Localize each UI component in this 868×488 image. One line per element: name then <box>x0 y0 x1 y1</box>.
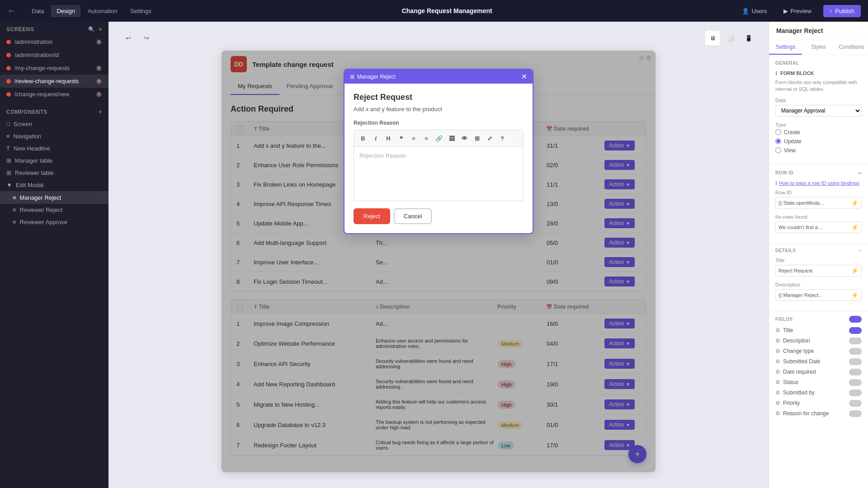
link-button[interactable]: 🔗 <box>434 133 444 144</box>
nav-tab-data[interactable]: Data <box>26 5 49 17</box>
nav-tab-automation[interactable]: Automation <box>82 5 123 17</box>
row-id-input[interactable]: {{ State.openModa... ⚡ <box>775 197 862 209</box>
bullet-list-button[interactable]: ≡ <box>408 133 419 144</box>
table-button[interactable]: ⊞ <box>472 133 482 144</box>
reject-button[interactable]: Reject <box>354 208 390 224</box>
gear-icon[interactable]: ⚙ <box>775 400 780 406</box>
home-icon: 🏠 <box>96 65 102 71</box>
component-reviewer-table[interactable]: ⊞ Reviewer table <box>0 167 108 179</box>
sidebar-item-administration[interactable]: /administration 🏠 <box>0 35 108 48</box>
row-id-help: ℹ How to pass a row ID using bindings <box>775 180 862 186</box>
fields-toggle-button[interactable] <box>849 316 862 323</box>
field-toggle[interactable] <box>849 348 862 355</box>
gear-icon[interactable]: ⚙ <box>775 389 780 396</box>
type-update[interactable]: Update <box>775 138 862 145</box>
sidebar-item-administration-id[interactable]: /administration/id <box>0 48 108 61</box>
nav-tab-settings[interactable]: Settings <box>125 5 157 17</box>
preview-button[interactable]: ▶ Preview <box>779 5 816 17</box>
quote-button[interactable]: ❝ <box>396 133 406 144</box>
gear-icon[interactable]: ⚙ <box>775 348 780 354</box>
title-label: Title <box>775 258 862 263</box>
sidebar-item-change-request-new[interactable]: /change-request/new 🏠 <box>0 88 108 101</box>
field-toggle[interactable] <box>849 410 862 417</box>
type-view[interactable]: View <box>775 147 862 154</box>
title-input[interactable]: Reject Request ⚡ <box>775 265 862 277</box>
field-toggle[interactable] <box>849 400 862 407</box>
canvas-area: ↩ ↪ 🖥 ⬜ 📱 ⧉ 🗑 DD Template change request… <box>108 22 769 488</box>
row-id-link[interactable]: How to pass a row ID using bindings <box>779 180 859 186</box>
top-nav: ← Data Design Automation Settings Change… <box>0 0 868 22</box>
gear-icon[interactable]: ⚙ <box>775 369 780 375</box>
users-button[interactable]: 👤 Users <box>737 5 772 17</box>
help-button[interactable]: ? <box>497 133 508 144</box>
gear-icon[interactable]: ⚙ <box>775 358 780 365</box>
nav-tabs: Data Design Automation Settings <box>26 5 157 17</box>
data-select[interactable]: Manager Approval <box>775 105 862 117</box>
add-component-icon[interactable]: + <box>99 109 102 115</box>
heading-button[interactable]: H <box>383 133 394 144</box>
component-reviewer-reject[interactable]: ≡ Reviewer Reject <box>0 204 108 216</box>
component-screen[interactable]: □ Screen <box>0 118 108 130</box>
title-field: Title Reject Request ⚡ <box>775 258 862 277</box>
modal-body: Reject Request Add x and y feature to th… <box>344 84 533 233</box>
field-toggle[interactable] <box>849 379 862 386</box>
preview-icon: ▶ <box>783 8 788 14</box>
field-toggle[interactable] <box>849 358 862 365</box>
binding-icon[interactable]: ⚡ <box>851 291 859 299</box>
image-button[interactable]: 🖼 <box>446 133 457 144</box>
no-rows-input[interactable]: We couldn't find a ... ⚡ <box>775 221 862 233</box>
add-screen-icon[interactable]: + <box>99 26 102 33</box>
bold-button[interactable]: B <box>358 133 368 144</box>
component-manager-table[interactable]: ⊞ Manager table <box>0 155 108 167</box>
nav-tab-design[interactable]: Design <box>51 5 80 17</box>
search-icon[interactable]: 🔍 <box>88 26 95 33</box>
component-edit-modal[interactable]: ▼ Edit Modal <box>0 179 108 191</box>
context-menu-icon[interactable]: ··· <box>97 194 102 201</box>
modal-actions: Reject Cancel <box>354 208 524 224</box>
gear-icon[interactable]: ⚙ <box>775 410 780 417</box>
field-row: ⚙ Priority <box>775 400 862 407</box>
italic-button[interactable]: I <box>370 133 381 144</box>
field-toggle[interactable] <box>849 327 862 334</box>
collapse-details-icon[interactable]: − <box>859 248 862 253</box>
field-toggle[interactable] <box>849 389 862 396</box>
form-block-header: ℹ FORM BLOCK <box>775 70 862 76</box>
field-toggle[interactable] <box>849 369 862 375</box>
binding-icon[interactable]: ⚡ <box>851 199 859 206</box>
rp-tab-styles[interactable]: Styles <box>802 40 835 55</box>
back-button[interactable]: ← <box>7 6 15 16</box>
tablet-view-button[interactable]: ⬜ <box>723 31 738 45</box>
component-reviewer-approve[interactable]: ≡ Reviewer Approve <box>0 216 108 228</box>
undo-button[interactable]: ↩ <box>121 31 136 45</box>
cancel-button[interactable]: Cancel <box>394 208 432 224</box>
binding-icon[interactable]: ⚡ <box>851 224 859 231</box>
ordered-list-button[interactable]: ≡ <box>421 133 432 144</box>
field-toggle[interactable] <box>849 338 862 344</box>
collapse-icon[interactable]: − <box>858 169 862 177</box>
component-new-headline[interactable]: T New Headline <box>0 142 108 155</box>
sidebar-item-review-change-requests[interactable]: /review-change-requests 🏠 <box>0 75 108 88</box>
type-create[interactable]: Create <box>775 129 862 136</box>
fullscreen-button[interactable]: ⤢ <box>484 133 495 144</box>
rp-tab-settings[interactable]: Settings <box>769 40 802 55</box>
binding-icon[interactable]: ⚡ <box>851 267 859 274</box>
data-label: Data <box>775 98 862 103</box>
gear-icon[interactable]: ⚙ <box>775 327 780 333</box>
rejection-reason-input[interactable]: Rejection Reason <box>354 147 524 201</box>
gear-icon[interactable]: ⚙ <box>775 379 780 385</box>
home-icon: 🏠 <box>96 78 102 84</box>
gear-icon[interactable]: ⚙ <box>775 338 780 344</box>
publish-button[interactable]: ↑ Publish <box>823 5 861 17</box>
desc-input[interactable]: {{ Manager Reject... ⚡ <box>775 289 862 301</box>
rp-tab-conditions[interactable]: Conditions <box>835 40 868 55</box>
component-manager-reject[interactable]: ≡ Manager Reject ··· <box>0 191 108 204</box>
modal-form-icon: ⊞ <box>350 74 354 80</box>
desktop-view-button[interactable]: 🖥 <box>705 31 720 45</box>
mobile-view-button[interactable]: 📱 <box>741 31 756 45</box>
preview-rt-button[interactable]: 👁 <box>459 133 470 144</box>
redo-button[interactable]: ↪ <box>139 31 154 45</box>
component-navigation[interactable]: ≡ Navigation <box>0 130 108 142</box>
modal-close-button[interactable]: ✕ <box>521 72 527 81</box>
sidebar-item-my-change-requests[interactable]: /my-change-requests 🏠 <box>0 61 108 75</box>
screen-dot <box>6 53 11 57</box>
